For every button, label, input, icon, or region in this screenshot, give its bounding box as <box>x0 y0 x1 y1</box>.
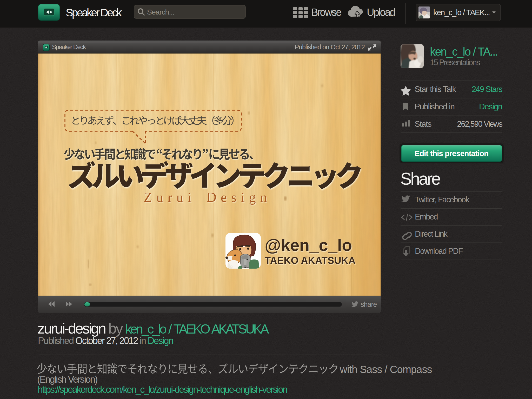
svg-text:Stats: Stats <box>415 119 431 129</box>
svg-text:Share: Share <box>400 169 440 188</box>
svg-text:Search...: Search... <box>147 8 174 16</box>
svg-text:with Sass / Compass: with Sass / Compass <box>340 364 432 375</box>
svg-text:@ken_c_lo: @ken_c_lo <box>265 236 352 255</box>
svg-text:Star this Talk: Star this Talk <box>415 84 456 94</box>
svg-text:262,590 Views: 262,590 Views <box>457 119 502 128</box>
svg-text:Design: Design <box>479 102 502 111</box>
svg-text:Speaker Deck: Speaker Deck <box>52 43 86 50</box>
svg-text:Published in: Published in <box>415 102 455 111</box>
svg-text:zurui-design by ken_c_lo / TAE: zurui-design by ken_c_lo / TAEKO AKATSUK… <box>37 320 269 337</box>
svg-text:Edit this presentation: Edit this presentation <box>415 149 489 158</box>
svg-text:Download PDF: Download PDF <box>415 247 463 255</box>
svg-text:Browse: Browse <box>311 6 341 18</box>
svg-text:15 Presentations: 15 Presentations <box>430 58 480 67</box>
svg-text:Embed: Embed <box>415 212 438 221</box>
svg-text:(English Version): (English Version) <box>37 374 97 385</box>
svg-text:ken_c_lo / TAEK...: ken_c_lo / TAEK... <box>433 8 490 17</box>
svg-text:Published on Oct 27, 2012: Published on Oct 27, 2012 <box>295 43 365 51</box>
svg-text:Twitter, Facebook: Twitter, Facebook <box>415 195 470 204</box>
svg-text:Speaker Deck: Speaker Deck <box>66 6 122 19</box>
svg-text:249 Stars: 249 Stars <box>472 85 502 94</box>
svg-text:share: share <box>361 301 377 308</box>
svg-text:ken_c_lo / TA...: ken_c_lo / TA... <box>430 45 497 58</box>
svg-text:Zurui Design: Zurui Design <box>144 190 271 205</box>
svg-text:Published October 27, 2012 in: Published October 27, 2012 in Design <box>38 335 173 346</box>
svg-text:TAEKO AKATSUKA: TAEKO AKATSUKA <box>265 255 356 266</box>
svg-text:Direct Link: Direct Link <box>415 229 448 238</box>
svg-text:Upload: Upload <box>367 6 395 18</box>
svg-text:https://speakerdeck.com/ken_c_: https://speakerdeck.com/ken_c_lo/zurui-d… <box>38 384 287 395</box>
